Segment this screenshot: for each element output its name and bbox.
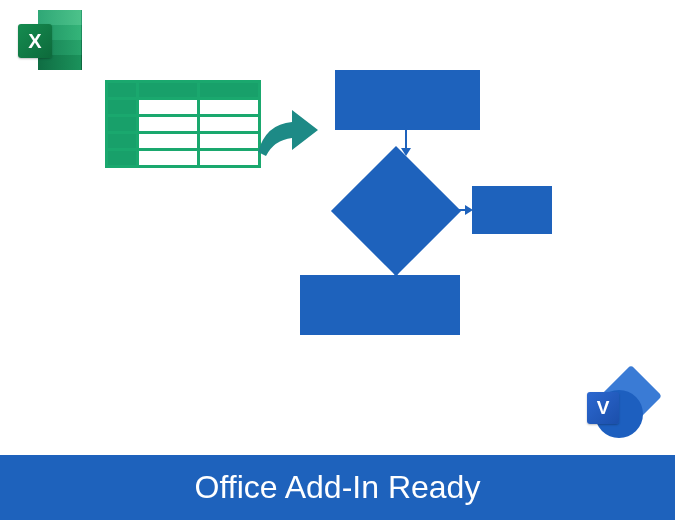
- excel-tile-letter: X: [18, 24, 52, 58]
- flowchart-process-right: [472, 186, 552, 234]
- arrowhead-right-icon: [465, 205, 473, 215]
- arrowhead-down-icon: [391, 269, 401, 277]
- transform-arrow-icon: [252, 100, 322, 170]
- banner: Office Add-In Ready: [0, 455, 675, 520]
- excel-icon: X: [18, 10, 82, 70]
- flowchart-process-top: [335, 70, 480, 130]
- flowchart-decision: [331, 146, 461, 276]
- banner-label: Office Add-In Ready: [195, 469, 481, 506]
- diagram-canvas: X V Office Add-In Ready: [0, 0, 675, 520]
- visio-icon: V: [587, 374, 655, 440]
- arrowhead-down-icon: [401, 148, 411, 156]
- flowchart-process-bottom: [300, 275, 460, 335]
- visio-tile-letter: V: [587, 392, 619, 424]
- spreadsheet-table-icon: [105, 80, 261, 168]
- flowchart-edge: [405, 130, 407, 150]
